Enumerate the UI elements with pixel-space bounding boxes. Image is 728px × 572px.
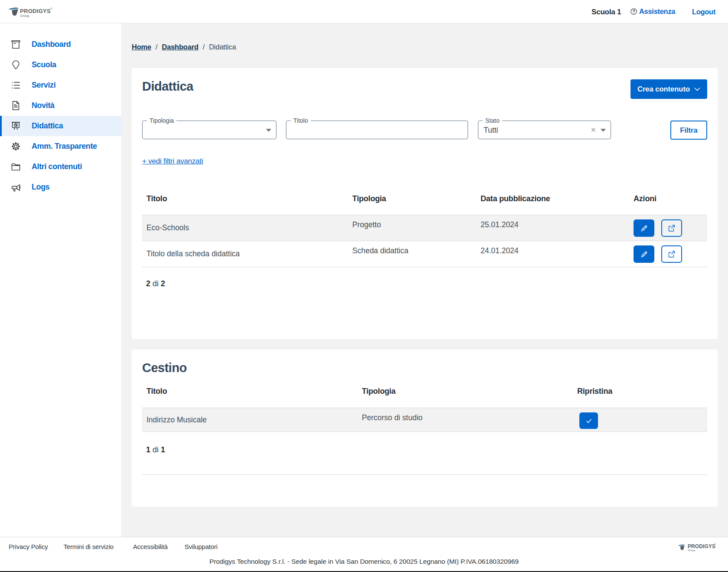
svg-text:Group: Group (20, 14, 29, 18)
svg-text:®: ® (50, 7, 52, 10)
svg-text:PRODIGYS: PRODIGYS (20, 8, 51, 14)
svg-text:®: ® (715, 543, 716, 546)
svg-text:Group: Group (688, 549, 696, 552)
svg-text:?: ? (632, 9, 635, 14)
